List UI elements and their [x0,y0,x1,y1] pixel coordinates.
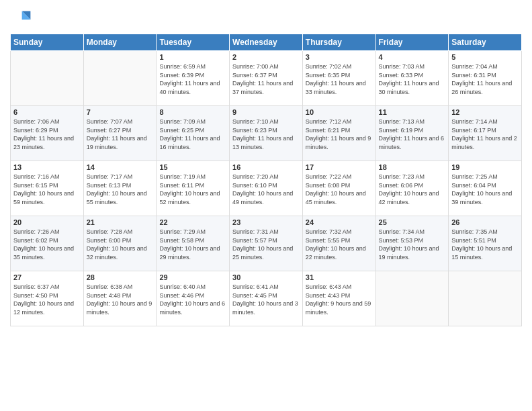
day-number: 24 [306,218,373,226]
logo [10,7,34,28]
day-number: 6 [13,108,81,116]
cell-info: Sunrise: 6:41 AM Sunset: 4:45 PM Dayligh… [232,283,300,316]
day-header-monday: Monday [83,34,157,51]
calendar-cell: 13Sunrise: 7:16 AM Sunset: 6:15 PM Dayli… [11,161,84,216]
day-number: 16 [232,163,300,171]
day-number: 20 [13,218,81,226]
day-number: 9 [232,108,300,116]
calendar-cell: 25Sunrise: 7:34 AM Sunset: 5:53 PM Dayli… [375,216,449,271]
calendar-cell: 28Sunrise: 6:38 AM Sunset: 4:48 PM Dayli… [83,271,157,326]
calendar-cell: 15Sunrise: 7:19 AM Sunset: 6:11 PM Dayli… [157,161,230,216]
calendar-cell: 4Sunrise: 7:03 AM Sunset: 6:33 PM Daylig… [375,51,449,106]
day-number: 25 [379,218,446,226]
calendar-cell: 17Sunrise: 7:22 AM Sunset: 6:08 PM Dayli… [302,161,375,216]
day-number: 31 [306,273,373,281]
cell-info: Sunrise: 7:09 AM Sunset: 6:25 PM Dayligh… [159,118,226,151]
calendar-cell: 24Sunrise: 7:32 AM Sunset: 5:55 PM Dayli… [302,216,375,271]
day-number: 13 [13,163,81,171]
cell-info: Sunrise: 6:40 AM Sunset: 4:46 PM Dayligh… [159,283,226,316]
cell-info: Sunrise: 7:10 AM Sunset: 6:23 PM Dayligh… [232,118,300,151]
day-number: 7 [87,108,154,116]
calendar-cell: 6Sunrise: 7:06 AM Sunset: 6:29 PM Daylig… [11,106,84,161]
calendar-cell: 14Sunrise: 7:17 AM Sunset: 6:13 PM Dayli… [83,161,157,216]
day-number: 22 [159,218,226,226]
calendar-cell [449,271,522,326]
calendar-cell: 21Sunrise: 7:28 AM Sunset: 6:00 PM Dayli… [83,216,157,271]
day-header-wednesday: Wednesday [230,34,303,51]
cell-info: Sunrise: 7:19 AM Sunset: 6:11 PM Dayligh… [159,173,226,206]
cell-info: Sunrise: 7:32 AM Sunset: 5:55 PM Dayligh… [306,228,373,261]
day-number: 28 [87,273,154,281]
cell-info: Sunrise: 7:03 AM Sunset: 6:33 PM Dayligh… [379,62,446,96]
cell-info: Sunrise: 7:35 AM Sunset: 5:51 PM Dayligh… [451,228,519,261]
day-number: 29 [159,273,226,281]
calendar-cell: 1Sunrise: 6:59 AM Sunset: 6:39 PM Daylig… [157,51,230,106]
cell-info: Sunrise: 7:07 AM Sunset: 6:27 PM Dayligh… [87,118,154,151]
day-number: 15 [159,163,226,171]
calendar-cell: 20Sunrise: 7:26 AM Sunset: 6:02 PM Dayli… [11,216,84,271]
calendar-cell: 9Sunrise: 7:10 AM Sunset: 6:23 PM Daylig… [230,106,303,161]
day-number: 2 [232,53,300,61]
day-number: 1 [159,53,226,61]
calendar-cell: 22Sunrise: 7:29 AM Sunset: 5:58 PM Dayli… [157,216,230,271]
calendar-cell: 8Sunrise: 7:09 AM Sunset: 6:25 PM Daylig… [157,106,230,161]
cell-info: Sunrise: 7:26 AM Sunset: 6:02 PM Dayligh… [13,228,81,261]
calendar-cell: 11Sunrise: 7:13 AM Sunset: 6:19 PM Dayli… [375,106,449,161]
cell-info: Sunrise: 7:16 AM Sunset: 6:15 PM Dayligh… [13,173,81,206]
day-header-tuesday: Tuesday [157,34,230,51]
day-header-friday: Friday [375,34,449,51]
calendar-cell: 18Sunrise: 7:23 AM Sunset: 6:06 PM Dayli… [375,161,449,216]
logo-icon [10,7,32,28]
calendar-cell: 19Sunrise: 7:25 AM Sunset: 6:04 PM Dayli… [449,161,522,216]
day-number: 3 [306,53,373,61]
day-number: 19 [451,163,519,171]
cell-info: Sunrise: 7:31 AM Sunset: 5:57 PM Dayligh… [232,228,300,261]
cell-info: Sunrise: 7:02 AM Sunset: 6:35 PM Dayligh… [306,62,373,96]
cell-info: Sunrise: 7:34 AM Sunset: 5:53 PM Dayligh… [379,228,446,261]
cell-info: Sunrise: 7:20 AM Sunset: 6:10 PM Dayligh… [232,173,300,206]
calendar-cell: 30Sunrise: 6:41 AM Sunset: 4:45 PM Dayli… [230,271,303,326]
cell-info: Sunrise: 7:12 AM Sunset: 6:21 PM Dayligh… [306,118,373,151]
day-number: 18 [379,163,446,171]
cell-info: Sunrise: 7:04 AM Sunset: 6:31 PM Dayligh… [451,62,519,96]
cell-info: Sunrise: 7:06 AM Sunset: 6:29 PM Dayligh… [13,118,81,151]
cell-info: Sunrise: 7:17 AM Sunset: 6:13 PM Dayligh… [87,173,154,206]
cell-info: Sunrise: 6:38 AM Sunset: 4:48 PM Dayligh… [87,283,154,316]
day-number: 14 [87,163,154,171]
cell-info: Sunrise: 7:00 AM Sunset: 6:37 PM Dayligh… [232,62,300,96]
day-number: 4 [379,53,446,61]
day-number: 26 [451,218,519,226]
calendar-cell [83,51,157,106]
day-number: 30 [232,273,300,281]
day-header-saturday: Saturday [449,34,522,51]
calendar-cell: 29Sunrise: 6:40 AM Sunset: 4:46 PM Dayli… [157,271,230,326]
day-header-thursday: Thursday [302,34,375,51]
cell-info: Sunrise: 7:29 AM Sunset: 5:58 PM Dayligh… [159,228,226,261]
calendar-cell: 23Sunrise: 7:31 AM Sunset: 5:57 PM Dayli… [230,216,303,271]
cell-info: Sunrise: 7:28 AM Sunset: 6:00 PM Dayligh… [87,228,154,261]
cell-info: Sunrise: 7:22 AM Sunset: 6:08 PM Dayligh… [306,173,373,206]
day-number: 5 [451,53,519,61]
day-number: 10 [306,108,373,116]
calendar-cell: 16Sunrise: 7:20 AM Sunset: 6:10 PM Dayli… [230,161,303,216]
cell-info: Sunrise: 7:14 AM Sunset: 6:17 PM Dayligh… [451,118,519,151]
calendar-cell: 31Sunrise: 6:43 AM Sunset: 4:43 PM Dayli… [302,271,375,326]
calendar-cell: 10Sunrise: 7:12 AM Sunset: 6:21 PM Dayli… [302,106,375,161]
calendar-cell: 12Sunrise: 7:14 AM Sunset: 6:17 PM Dayli… [449,106,522,161]
calendar-cell: 2Sunrise: 7:00 AM Sunset: 6:37 PM Daylig… [230,51,303,106]
day-number: 12 [451,108,519,116]
cell-info: Sunrise: 7:25 AM Sunset: 6:04 PM Dayligh… [451,173,519,206]
day-number: 23 [232,218,300,226]
cell-info: Sunrise: 7:13 AM Sunset: 6:19 PM Dayligh… [379,118,446,151]
calendar-cell: 3Sunrise: 7:02 AM Sunset: 6:35 PM Daylig… [302,51,375,106]
day-number: 27 [13,273,81,281]
day-number: 8 [159,108,226,116]
calendar-cell: 5Sunrise: 7:04 AM Sunset: 6:31 PM Daylig… [449,51,522,106]
calendar-cell: 27Sunrise: 6:37 AM Sunset: 4:50 PM Dayli… [11,271,84,326]
cell-info: Sunrise: 6:43 AM Sunset: 4:43 PM Dayligh… [306,283,373,316]
calendar-cell [375,271,449,326]
day-number: 17 [306,163,373,171]
cell-info: Sunrise: 6:37 AM Sunset: 4:50 PM Dayligh… [13,283,81,316]
cell-info: Sunrise: 6:59 AM Sunset: 6:39 PM Dayligh… [159,62,226,96]
calendar: SundayMondayTuesdayWednesdayThursdayFrid… [10,34,522,326]
